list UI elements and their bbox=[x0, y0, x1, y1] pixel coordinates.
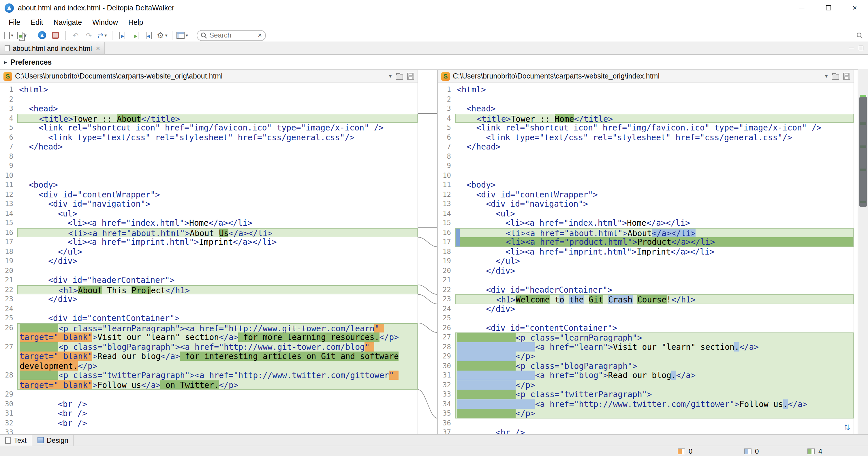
code-row: 6 <link type="text/css" rel="stylesheet"… bbox=[0, 133, 417, 142]
code-row: 19 </div> bbox=[0, 256, 417, 266]
menu-item-edit[interactable]: Edit bbox=[25, 16, 48, 29]
code-row: 12 <div id="contentWrapper"> bbox=[0, 190, 417, 199]
diff-connectors bbox=[418, 85, 437, 435]
code-row: 21 bbox=[438, 275, 854, 285]
left-file-header: S C:\Users\brunobrito\Documents\carparts… bbox=[0, 70, 417, 83]
code-row: 14 <ul> bbox=[438, 209, 854, 218]
redo-button[interactable]: ↷ bbox=[83, 29, 95, 41]
new-comparison-button[interactable]: ▾ bbox=[3, 29, 14, 41]
browse-folder-icon[interactable] bbox=[832, 74, 839, 79]
comparison-tab[interactable]: about.html and index.html × bbox=[0, 42, 105, 54]
window-maximize-button[interactable] bbox=[815, 0, 841, 16]
tab-label: Design bbox=[47, 436, 68, 444]
copy-to-left-button[interactable] bbox=[143, 29, 155, 41]
window-close-button[interactable]: × bbox=[841, 0, 868, 16]
chevron-down-icon: ▾ bbox=[186, 33, 188, 38]
count-value: 4 bbox=[818, 447, 822, 455]
design-view-icon bbox=[37, 437, 44, 443]
code-row: 12 <div id="contentWrapper"> bbox=[438, 190, 854, 199]
gear-icon: ⚙ bbox=[157, 31, 164, 40]
code-row: 10 bbox=[438, 171, 854, 180]
search-input[interactable] bbox=[209, 31, 255, 39]
left-file-pane: S C:\Users\brunobrito\Documents\carparts… bbox=[0, 70, 418, 435]
browse-folder-icon[interactable] bbox=[396, 74, 403, 79]
search-clear-icon[interactable]: × bbox=[258, 31, 262, 39]
code-editor-right[interactable]: 1<html>23 <head>4 <title>Tower :: Home</… bbox=[438, 83, 854, 435]
scroll-sync-icon[interactable]: ⇅ bbox=[844, 424, 850, 431]
stop-button[interactable] bbox=[50, 29, 61, 41]
code-row: 7 </head> bbox=[438, 142, 854, 151]
code-row: 10 bbox=[0, 171, 417, 180]
minimize-view-icon[interactable]: ─ bbox=[849, 44, 854, 52]
toolbar-separator bbox=[172, 31, 173, 39]
window-minimize-button[interactable]: ─ bbox=[788, 0, 815, 16]
search-expand-button[interactable] bbox=[854, 29, 865, 41]
swap-panes-button[interactable]: ⇄▾ bbox=[96, 29, 108, 41]
count-value: 0 bbox=[689, 447, 692, 455]
text-view-icon bbox=[5, 437, 11, 444]
code-row: 29 </p> bbox=[438, 351, 854, 361]
settings-button[interactable]: ⚙▾ bbox=[156, 29, 168, 41]
code-row: 8 bbox=[438, 151, 854, 161]
code-row: 1<html> bbox=[0, 85, 417, 94]
code-row: 2 bbox=[0, 94, 417, 104]
twisty-icon[interactable]: ▸ bbox=[4, 59, 7, 65]
maximize-view-icon[interactable] bbox=[859, 46, 863, 50]
deltawalker-window: about.html and index.html - Deltopia Del… bbox=[0, 0, 868, 456]
menu-item-window[interactable]: Window bbox=[87, 16, 123, 29]
toolbar-separator bbox=[32, 31, 32, 39]
code-row: 29 bbox=[0, 390, 417, 399]
menu-item-navigate[interactable]: Navigate bbox=[48, 16, 87, 29]
toolbar-separator bbox=[112, 31, 113, 39]
code-row: 11 <body> bbox=[438, 180, 854, 190]
path-dropdown-icon[interactable]: ▾ bbox=[825, 73, 828, 79]
code-editor-left[interactable]: 1<html>23 <head>4 <title>Tower :: About<… bbox=[0, 83, 417, 435]
green-diff-icon bbox=[807, 449, 815, 454]
code-row: 17 <li><a href="imprint.html">Imprint</a… bbox=[0, 237, 417, 247]
menu-item-help[interactable]: Help bbox=[123, 16, 148, 29]
overview-ruler[interactable] bbox=[858, 69, 868, 434]
layout-button[interactable]: ▾ bbox=[177, 29, 188, 41]
stop-icon bbox=[52, 32, 59, 39]
code-row: 20 bbox=[0, 266, 417, 275]
code-row: 24 bbox=[0, 304, 417, 313]
code-row: 33 <p class="twitterParagraph"> bbox=[438, 390, 854, 399]
code-row: 2 bbox=[438, 94, 854, 104]
editor-tab-strip: about.html and index.html × ─ bbox=[0, 42, 868, 55]
compare-button[interactable] bbox=[36, 29, 48, 41]
tab-close-icon[interactable]: × bbox=[96, 44, 100, 52]
copy-to-right-button[interactable] bbox=[117, 29, 128, 41]
code-row: 31 <a href="blog">Read our blog.</a> bbox=[438, 371, 854, 380]
undo-button[interactable]: ↶ bbox=[70, 29, 81, 41]
scrollbar-thumb[interactable] bbox=[859, 97, 867, 207]
code-row: 16 <li><a href="about.html">About</a></l… bbox=[438, 228, 854, 237]
code-row: 8 bbox=[0, 151, 417, 161]
code-row: 6 <link type="text/css" rel="stylesheet"… bbox=[438, 133, 854, 142]
title-bar: about.html and index.html - Deltopia Del… bbox=[0, 0, 868, 16]
file-icon bbox=[5, 45, 10, 51]
diff-mark[interactable] bbox=[860, 95, 866, 97]
path-dropdown-icon[interactable]: ▾ bbox=[389, 73, 392, 79]
save-icon[interactable] bbox=[407, 73, 414, 80]
left-file-path: C:\Users\brunobrito\Documents\carparts-w… bbox=[15, 72, 386, 80]
code-row: target="_blank">Visit our "learn" sectio… bbox=[0, 333, 417, 342]
toolbar-separator bbox=[65, 31, 66, 39]
code-row: 11 <body> bbox=[0, 180, 417, 190]
orange-diff-icon bbox=[678, 449, 685, 454]
tab-design-view[interactable]: Design bbox=[32, 434, 74, 446]
tab-text-view[interactable]: Text bbox=[0, 434, 32, 446]
open-comparison-button[interactable]: ▾ bbox=[16, 29, 28, 41]
save-icon[interactable] bbox=[843, 73, 850, 80]
layout-icon bbox=[177, 32, 185, 39]
menu-item-file[interactable]: File bbox=[3, 16, 25, 29]
code-row: 25 <div id="contentContainer"> bbox=[0, 313, 417, 323]
code-row: 34 <a href="http://www.twitter.com/gitto… bbox=[438, 399, 854, 409]
code-row: 23 </div> bbox=[0, 294, 417, 304]
code-row: 28 <p class="twitterParagraph"><a href="… bbox=[0, 371, 417, 380]
blue-diff-icon bbox=[744, 449, 751, 454]
code-row: 5 <link rel="shortcut icon" href="img/fa… bbox=[438, 123, 854, 133]
copy-all-button[interactable] bbox=[130, 29, 141, 41]
code-row: 13 <div id="navigation"> bbox=[438, 199, 854, 209]
menu-bar: File Edit Navigate Window Help bbox=[0, 16, 868, 29]
comparison-area: S C:\Users\brunobrito\Documents\carparts… bbox=[0, 69, 868, 434]
